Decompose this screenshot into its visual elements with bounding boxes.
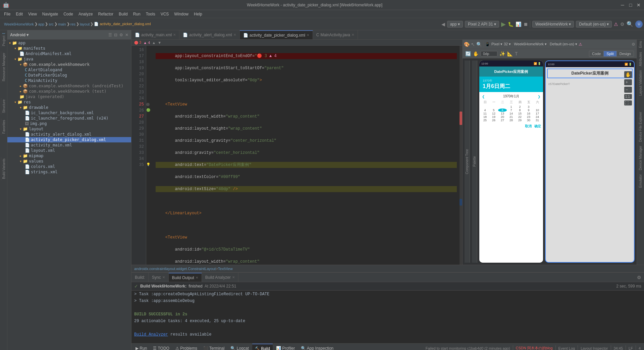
cursor-icon[interactable]: ↖ [471, 42, 475, 47]
menu-analyze[interactable]: Analyze [76, 10, 96, 18]
fit-screen-btn[interactable]: 1:1 [624, 94, 632, 99]
layout-valid-label[interactable]: Layout Validation [637, 69, 644, 97]
breadcrumb-item-file[interactable]: 📄 activity_date_picker_dialog.xml [94, 22, 151, 26]
zoom-in-btn[interactable]: + [624, 79, 632, 85]
tree-item-mipmap[interactable]: ▸ 📁 mipmap [7, 153, 131, 159]
api-selector[interactable]: 32 ▾ [504, 42, 511, 46]
collapse-icon[interactable]: ⊟ [114, 33, 117, 37]
magic-icon[interactable]: ✨ [499, 51, 505, 56]
debug-button[interactable]: 🐛 [508, 21, 514, 27]
tree-item-drawable[interactable]: ▾ 📁 drawable [7, 105, 131, 110]
logcat-toolbar-btn[interactable]: 🔍 Logcat [228, 344, 251, 350]
breadcrumb-item-src[interactable]: src [49, 22, 54, 26]
attributes-label[interactable]: Attributes [637, 51, 644, 68]
tree-item-ic-fg[interactable]: 📄 ic_launcher_foreground.xml (v24) [7, 116, 131, 121]
settings-icon[interactable]: ⚙ [620, 21, 625, 27]
fullscreen-btn[interactable]: ⛶ [624, 100, 632, 105]
hand-tool-icon[interactable]: ✋ [624, 71, 632, 78]
ok-btn[interactable]: 确定 [534, 124, 541, 129]
selected-day[interactable]: 6 [498, 108, 507, 112]
app-inspection-toolbar-btn[interactable]: 🔍 App Inspection [298, 344, 336, 350]
more-icon[interactable]: ⚙ [632, 42, 635, 47]
nav-up[interactable]: ▲ [152, 41, 156, 45]
tab-activity-main[interactable]: 📄 activity_main.xml ✕ [131, 30, 179, 39]
device-mgr-label[interactable]: Device Manager [637, 144, 644, 172]
minimize-button[interactable]: ─ [620, 2, 625, 8]
code-area[interactable]: 1617181920 21222324 25 26 27 282930 3132… [131, 46, 462, 265]
tab-activity-alert[interactable]: 📄 activity_alert_dialog.xml ✕ [179, 30, 239, 39]
emulator-label[interactable]: Emulator [637, 173, 644, 189]
todo-toolbar-btn[interactable]: ☰ TODO [150, 344, 172, 350]
tree-item-datepicker-xml[interactable]: 📄 activity_date_picker_dialog.xml [7, 137, 131, 142]
palette-icon[interactable]: 🎨 [464, 42, 470, 47]
tab-mainactivity-java[interactable]: C MainActivity.java ✕ [313, 30, 358, 39]
tree-item-pkg-test[interactable]: ▸ 📦 com.example.week6homework (test) [7, 89, 131, 94]
build-variants-label[interactable]: Build Variants [1, 157, 6, 180]
ruler-icon[interactable]: 📐 [507, 51, 513, 56]
textview-path[interactable]: TextView [218, 267, 233, 271]
settings-build-icon[interactable]: ⚙ [634, 273, 644, 282]
menu-window[interactable]: Window [171, 10, 191, 18]
tree-item-java-generated[interactable]: 📁 java (generated) [7, 94, 131, 99]
close-panel-icon[interactable]: ✕ [125, 33, 128, 37]
design-view-btn[interactable]: Design [617, 51, 634, 56]
menu-build[interactable]: Build [116, 10, 130, 18]
tree-item-pkg[interactable]: ▾ 📦 com.example.week6homework [7, 62, 131, 67]
breadcrumb-item-res[interactable]: res [70, 22, 75, 26]
structure-label[interactable]: Structure [1, 98, 6, 115]
tab-build-output[interactable]: Build Output ✕ [169, 273, 202, 282]
menu-view[interactable]: View [25, 10, 40, 18]
gear-icon[interactable]: ⚙ [119, 33, 123, 37]
default-locale-selector[interactable]: Default (en-us) ▾ [576, 21, 612, 28]
tab-sync[interactable]: Sync ✕ [149, 273, 169, 282]
breadcrumb-item-main[interactable]: main [58, 22, 66, 26]
nav-back-btn[interactable]: ◀ [441, 21, 445, 27]
split-view-btn[interactable]: Split [604, 51, 616, 56]
zoom-icon[interactable]: 🔍 [476, 42, 482, 47]
menu-refactor[interactable]: Refactor [96, 10, 116, 18]
menu-file[interactable]: File [1, 10, 13, 18]
device-selector[interactable]: Pixel 2 API 31 ▾ [465, 21, 499, 28]
next-month-btn[interactable]: ❯ [538, 95, 540, 98]
tree-item-img[interactable]: 🖼 img.png [7, 121, 131, 126]
tree-item-pkg-androidtest[interactable]: ▸ 📦 com.example.week6homework (androidTe… [7, 83, 131, 89]
run-toolbar-btn[interactable]: ▶ Run [133, 344, 150, 350]
tree-item-alert-xml[interactable]: 📄 activity_alert_dialog.xml [7, 132, 131, 137]
menu-navigate[interactable]: Navigate [40, 10, 61, 18]
favorites-label[interactable]: Favorites [1, 119, 6, 135]
device-file-label[interactable]: Device File Explorer [637, 111, 644, 143]
tree-item-androidmanifest[interactable]: 📄 AndroidManifest.xml [7, 51, 131, 56]
menu-help[interactable]: Help [191, 10, 205, 18]
locale-selector[interactable]: Default (en-us) ▾ [550, 42, 577, 46]
tree-item-res[interactable]: ▾ 📁 res [7, 99, 131, 105]
tree-item-layout[interactable]: ▾ 📁 layout [7, 126, 131, 132]
search-button[interactable]: 🔍 [627, 21, 633, 27]
week6-selector[interactable]: Week6HomeWork ▾ [532, 21, 574, 28]
tree-item-app[interactable]: ▾ 📁 app [7, 40, 131, 46]
tree-item-manifests[interactable]: ▾ 📁 manifests [7, 46, 131, 51]
tree-item-values[interactable]: ▾ 📁 values [7, 159, 131, 164]
resource-mgr-label[interactable]: Resource Manager [1, 51, 6, 83]
terminal-toolbar-btn[interactable]: ⬛ Terminal [201, 344, 227, 350]
palette-panel[interactable]: Palette [472, 60, 477, 263]
project-vertical-label[interactable]: Project [1, 34, 6, 47]
problems-toolbar-btn[interactable]: ⚠ Problems [173, 344, 200, 350]
stop-button[interactable]: ⏹ [523, 21, 528, 27]
week6homework-label[interactable]: Week6HomeWork ▾ [514, 42, 547, 46]
hide-icon[interactable]: ☰ [108, 33, 112, 37]
menu-run[interactable]: Run [130, 10, 143, 18]
run-button[interactable]: ▶ [501, 20, 506, 28]
text-align-icon[interactable]: T [515, 51, 518, 56]
pixel-selector[interactable]: Pixel ▾ [491, 42, 502, 46]
maximize-button[interactable]: □ [628, 2, 633, 8]
emu-tab[interactable]: Emu [637, 40, 644, 49]
tree-item-main-xml[interactable]: 📄 activity_main.xml [7, 142, 131, 148]
build-analyzer-link[interactable]: Build Analyzer [134, 332, 168, 337]
menu-tools[interactable]: Tools [143, 10, 158, 18]
tree-item-mainactivity[interactable]: C MainActivity [7, 78, 131, 83]
profile-button[interactable]: 📊 [516, 21, 521, 27]
breadcrumb-item-layout[interactable]: layout [80, 22, 90, 26]
tree-item-alertdialogand[interactable]: C AlertDialogand [7, 67, 131, 73]
menu-vcs[interactable]: VCS [158, 10, 172, 18]
menu-code[interactable]: Code [61, 10, 76, 18]
